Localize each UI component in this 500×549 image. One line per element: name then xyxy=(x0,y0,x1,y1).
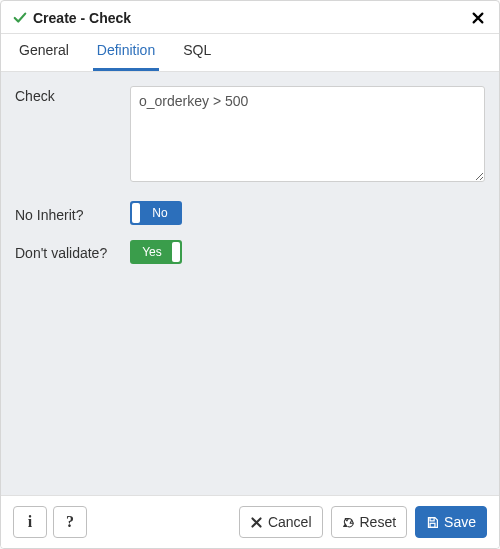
control-check xyxy=(130,86,485,185)
row-no-inherit: No Inherit? No xyxy=(15,201,485,226)
toggle-label: Yes xyxy=(132,246,172,258)
dialog-footer: i ? Cancel Reset Save xyxy=(1,495,499,548)
svg-rect-0 xyxy=(430,517,434,520)
control-no-inherit: No xyxy=(130,201,485,226)
check-input[interactable] xyxy=(130,86,485,182)
save-icon xyxy=(426,516,439,529)
cancel-button[interactable]: Cancel xyxy=(239,506,323,538)
info-icon: i xyxy=(28,513,32,531)
control-dont-validate: Yes xyxy=(130,240,485,264)
label-dont-validate: Don't validate? xyxy=(15,243,130,261)
reset-label: Reset xyxy=(360,514,397,530)
toggle-dont-validate[interactable]: Yes xyxy=(130,240,182,264)
dialog-title-group: Create - Check xyxy=(13,10,131,26)
cancel-icon xyxy=(250,516,263,529)
close-button[interactable] xyxy=(469,9,487,27)
label-check: Check xyxy=(15,86,130,104)
toggle-no-inherit[interactable]: No xyxy=(130,201,182,225)
save-button[interactable]: Save xyxy=(415,506,487,538)
dialog-body: Check No Inherit? No Don't validate? Yes xyxy=(1,72,499,495)
help-icon: ? xyxy=(66,513,74,531)
recycle-icon xyxy=(342,516,355,529)
row-check: Check xyxy=(15,86,485,185)
footer-right: Cancel Reset Save xyxy=(239,506,487,538)
label-no-inherit: No Inherit? xyxy=(15,205,130,223)
tab-sql[interactable]: SQL xyxy=(179,34,215,71)
row-dont-validate: Don't validate? Yes xyxy=(15,240,485,264)
footer-left: i ? xyxy=(13,506,87,538)
cancel-label: Cancel xyxy=(268,514,312,530)
save-label: Save xyxy=(444,514,476,530)
dialog-header: Create - Check xyxy=(1,1,499,34)
toggle-label: No xyxy=(140,207,180,219)
dialog-title: Create - Check xyxy=(33,10,131,26)
reset-button[interactable]: Reset xyxy=(331,506,408,538)
tab-general[interactable]: General xyxy=(15,34,73,71)
svg-rect-1 xyxy=(430,523,435,527)
info-button[interactable]: i xyxy=(13,506,47,538)
help-button[interactable]: ? xyxy=(53,506,87,538)
tab-definition[interactable]: Definition xyxy=(93,34,159,71)
close-icon xyxy=(471,11,485,25)
toggle-knob xyxy=(132,203,140,223)
tab-bar: General Definition SQL xyxy=(1,34,499,72)
check-icon xyxy=(13,11,27,25)
toggle-knob xyxy=(172,242,180,262)
